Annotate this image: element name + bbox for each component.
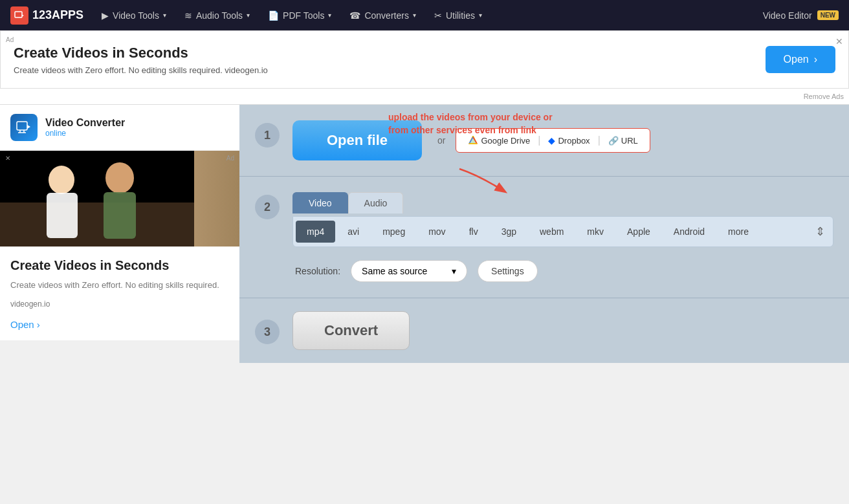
sidebar-ad-chevron: › [37, 319, 40, 330]
sidebar-title: Video Converter [45, 117, 125, 129]
pdf-tools-icon: 📄 [268, 10, 279, 21]
sidebar-app-icon [10, 114, 38, 141]
nav-right: Video Editor NEW [763, 10, 839, 21]
main-content: 1 upload the videos from your device orf… [239, 105, 849, 363]
format-more[interactable]: more [717, 221, 760, 243]
link-icon: 🔗 [608, 136, 619, 146]
tab-video-label: Video [309, 198, 332, 208]
ad-close-button[interactable]: ✕ [835, 36, 843, 47]
or-text: or [437, 135, 445, 146]
sidebar-logo-text: Video Converter online [45, 117, 125, 138]
sidebar-ad-open-button[interactable]: Open › [10, 319, 40, 330]
svg-point-12 [105, 162, 134, 193]
logo[interactable]: 123APPS [10, 6, 83, 25]
logo-text: 123APPS [32, 8, 83, 22]
video-editor-label[interactable]: Video Editor [763, 10, 812, 21]
convert-button[interactable]: Convert [292, 311, 410, 350]
format-3gp[interactable]: 3gp [491, 221, 527, 243]
resolution-select[interactable]: Same as source ▾ [351, 260, 467, 282]
top-ad-banner: Ad Create Videos in Seconds Create video… [0, 30, 849, 105]
format-apple[interactable]: Apple [616, 221, 661, 243]
step1-number: 1 [255, 123, 280, 148]
format-mpeg[interactable]: mpeg [371, 221, 416, 243]
chevron-icon: ▾ [163, 12, 166, 19]
nav-pdf-tools-label: PDF Tools [283, 10, 324, 21]
ad-label: Ad [6, 36, 14, 43]
dropbox-label: Dropbox [558, 136, 590, 146]
nav-video-tools[interactable]: ▶ Video Tools ▾ [94, 6, 174, 25]
sidebar-ad-image: Ad ✕ [0, 151, 239, 247]
svg-point-10 [49, 166, 74, 194]
format-avi[interactable]: avi [336, 221, 370, 243]
format-expand-icon[interactable]: ⇕ [810, 219, 830, 244]
url-button[interactable]: 🔗 URL [603, 133, 643, 148]
nav-utilities[interactable]: ✂ Utilities ▾ [426, 6, 490, 25]
step2-content: Video Audio mp4 avi mpeg mov flv 3gp web… [292, 192, 833, 282]
tab-video[interactable]: Video [292, 192, 348, 214]
audio-tools-icon: ≋ [184, 10, 192, 21]
sidebar-ad-close[interactable]: ✕ [5, 155, 10, 162]
remove-ads-wrapper: Remove Ads [0, 89, 849, 104]
divider2: | [598, 135, 601, 146]
ad-content: Create Videos in Seconds Create videos w… [14, 45, 766, 75]
google-drive-icon [468, 136, 478, 145]
step3-section: 3 Convert [239, 298, 849, 363]
sidebar: Video Converter online [0, 105, 239, 363]
step1-content: Open file or [292, 120, 833, 160]
nav-pdf-tools[interactable]: 📄 PDF Tools ▾ [260, 6, 339, 25]
dropbox-button[interactable]: ◆ Dropbox [543, 133, 595, 148]
nav-audio-tools[interactable]: ≋ Audio Tools ▾ [177, 6, 258, 25]
logo-icon [10, 6, 28, 25]
dropbox-icon: ◆ [548, 135, 555, 146]
remove-ads-button[interactable]: Remove Ads [804, 90, 844, 103]
svg-rect-0 [15, 12, 22, 17]
step2-number: 2 [255, 195, 280, 219]
chevron-icon: ▾ [247, 12, 250, 19]
video-tools-icon: ▶ [102, 10, 109, 21]
ad-description: Create videos with Zero effort. No editi… [14, 65, 766, 75]
nav-utilities-label: Utilities [446, 10, 475, 21]
settings-label: Settings [491, 266, 524, 276]
svg-marker-6 [27, 125, 30, 129]
sidebar-ad-image-inner [0, 151, 239, 247]
open-file-button[interactable]: Open file [292, 120, 422, 160]
step2-section: 2 Video Audio mp4 avi mpeg mov flv 3gp [239, 177, 849, 298]
nav-audio-tools-label: Audio Tools [196, 10, 243, 21]
format-flv[interactable]: flv [458, 221, 489, 243]
sidebar-ad-title: Create Videos in Seconds [10, 257, 229, 274]
utilities-icon: ✂ [434, 10, 442, 21]
svg-rect-9 [0, 203, 194, 247]
new-badge: NEW [817, 10, 839, 20]
google-drive-label: Google Drive [481, 136, 530, 146]
tab-audio[interactable]: Audio [348, 192, 404, 214]
format-mkv[interactable]: mkv [576, 221, 615, 243]
cloud-options: Google Drive | ◆ Dropbox | 🔗 URL [456, 128, 650, 153]
format-mp4[interactable]: mp4 [296, 221, 335, 243]
chevron-icon: ▾ [413, 12, 416, 19]
tab-audio-label: Audio [364, 198, 388, 208]
settings-button[interactable]: Settings [478, 260, 538, 282]
format-android[interactable]: Android [663, 221, 716, 243]
google-drive-button[interactable]: Google Drive [463, 133, 535, 148]
format-webm[interactable]: webm [529, 221, 575, 243]
ad-open-button[interactable]: Open › [766, 46, 835, 73]
format-mov[interactable]: mov [417, 221, 456, 243]
resolution-label: Resolution: [295, 266, 340, 276]
ad-banner-top: Ad Create Videos in Seconds Create video… [0, 30, 849, 89]
sidebar-subtitle: online [45, 129, 125, 138]
svg-marker-1 [22, 14, 24, 16]
format-tabs: Video Audio [292, 192, 833, 214]
url-label: URL [621, 136, 638, 146]
resolution-chevron: ▾ [452, 266, 456, 276]
sidebar-ad-open-label: Open [10, 319, 34, 330]
sidebar-logo-row: Video Converter online [0, 105, 239, 151]
nav-video-tools-label: Video Tools [113, 10, 159, 21]
svg-rect-11 [47, 193, 78, 238]
resolution-value: Same as source [362, 266, 427, 276]
sidebar-ad-desc: Create videos with Zero effort. No editi… [10, 279, 229, 292]
ad-open-chevron: › [814, 54, 817, 65]
step3-number: 3 [255, 320, 280, 344]
chevron-icon: ▾ [328, 12, 331, 19]
main-layout: Video Converter online [0, 105, 849, 363]
nav-converters[interactable]: ☎ Converters ▾ [342, 6, 423, 25]
